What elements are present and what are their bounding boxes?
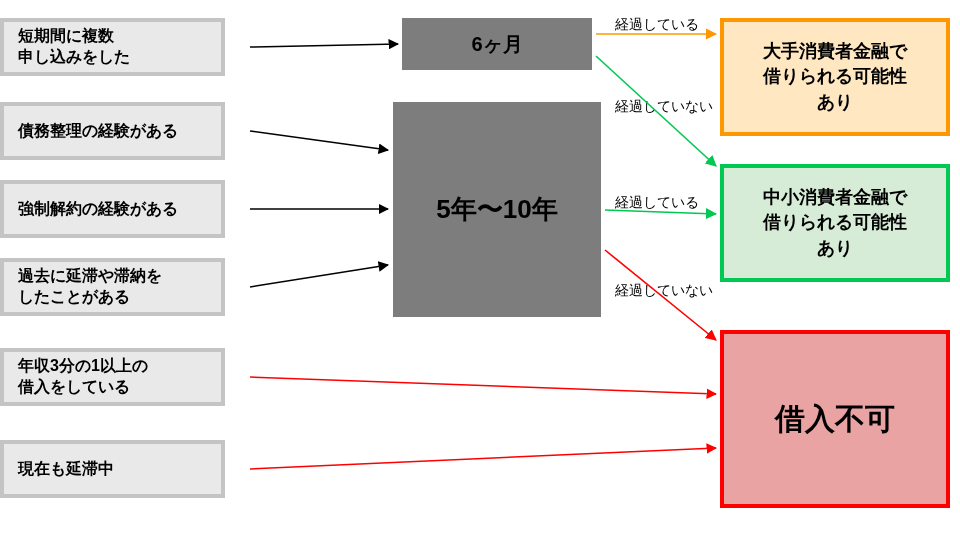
arrow-l4-mid — [250, 265, 388, 287]
text: 6ヶ月 — [471, 31, 522, 58]
cond-over-one-third: 年収3分の1以上の 借入をしている — [0, 348, 225, 406]
text: 債務整理の経験がある — [18, 121, 178, 142]
arrow-l6-reject — [250, 448, 716, 469]
cond-multiple-apps: 短期間に複数 申し込みをした — [0, 18, 225, 76]
text: 年収3分の1以上の 借入をしている — [18, 356, 148, 398]
outcome-major-lender: 大手消費者金融で 借りられる可能性 あり — [720, 18, 950, 136]
arrow-l1-mid — [250, 44, 398, 47]
outcome-minor-lender: 中小消費者金融で 借りられる可能性 あり — [720, 164, 950, 282]
text: 短期間に複数 申し込みをした — [18, 26, 130, 68]
cond-debt-restructure: 債務整理の経験がある — [0, 102, 225, 160]
outcome-rejected: 借入不可 — [720, 330, 950, 508]
arrow-l2-mid — [250, 131, 388, 150]
text: 過去に延滞や滞納を したことがある — [18, 266, 162, 308]
text: 中小消費者金融で 借りられる可能性 あり — [763, 185, 907, 261]
text: 5年〜10年 — [436, 192, 557, 227]
text: 現在も延滞中 — [18, 459, 114, 480]
text: 強制解約の経験がある — [18, 199, 178, 220]
cond-currently-late: 現在も延滞中 — [0, 440, 225, 498]
label-notpassed-1: 経過していない — [615, 98, 713, 116]
text: 大手消費者金融で 借りられる可能性 あり — [763, 39, 907, 115]
label-passed-1: 経過している — [615, 16, 699, 34]
wait-6-months: 6ヶ月 — [402, 18, 592, 70]
cond-past-delinquency: 過去に延滞や滞納を したことがある — [0, 258, 225, 316]
cond-forced-cancel: 強制解約の経験がある — [0, 180, 225, 238]
wait-5-10-years: 5年〜10年 — [393, 102, 601, 317]
label-passed-2: 経過している — [615, 194, 699, 212]
text: 借入不可 — [775, 398, 895, 440]
label-notpassed-2: 経過していない — [615, 282, 713, 300]
arrow-l5-reject — [250, 377, 716, 394]
